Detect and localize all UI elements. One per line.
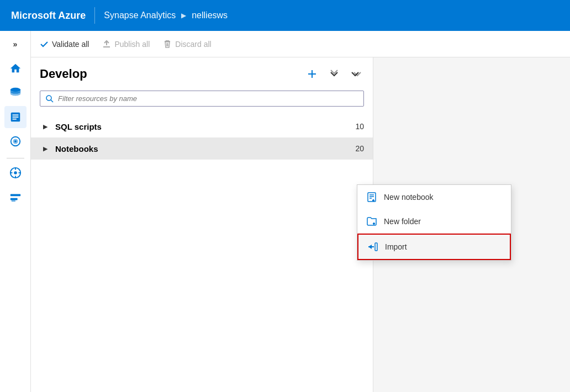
- header-divider: [94, 7, 95, 24]
- svg-rect-19: [166, 40, 169, 41]
- sidebar-divider: [7, 158, 24, 158]
- notebooks-expand-arrow[interactable]: ▶: [40, 143, 51, 154]
- sql-scripts-count: 10: [355, 122, 364, 131]
- context-menu-new-notebook[interactable]: New notebook: [357, 185, 511, 209]
- svg-point-9: [14, 171, 17, 174]
- toolbar: Validate all Publish all Discard: [31, 31, 570, 57]
- svg-point-7: [14, 140, 17, 142]
- add-resource-button[interactable]: [304, 66, 320, 82]
- sidebar-item-home[interactable]: [4, 57, 27, 80]
- brand-label: Microsoft Azure: [11, 10, 86, 22]
- checkmark-icon: [40, 40, 49, 49]
- expand-all-icon: [329, 68, 340, 80]
- new-notebook-label: New notebook: [384, 193, 434, 202]
- svg-rect-35: [375, 243, 377, 251]
- develop-header: Develop: [31, 66, 373, 91]
- svg-rect-17: [103, 46, 110, 47]
- notebook-icon: [366, 192, 377, 203]
- search-icon: [46, 95, 54, 103]
- folder-icon: [366, 216, 377, 227]
- home-icon: [9, 62, 22, 75]
- main-layout: »: [0, 31, 570, 392]
- sql-scripts-expand-arrow[interactable]: ▶: [40, 121, 51, 132]
- svg-line-25: [51, 99, 54, 102]
- workspace-label: nelliesws: [192, 10, 228, 20]
- sidebar: »: [0, 31, 31, 392]
- develop-panel: Develop: [31, 57, 373, 392]
- search-input[interactable]: [58, 94, 358, 103]
- sidebar-item-monitor[interactable]: [4, 162, 27, 184]
- publish-all-label: Publish all: [114, 40, 150, 49]
- svg-rect-15: [10, 198, 17, 200]
- svg-rect-16: [11, 200, 15, 202]
- publish-icon: [102, 40, 111, 49]
- context-menu-import[interactable]: Import: [357, 234, 511, 260]
- import-label: Import: [385, 242, 407, 251]
- data-icon: [9, 87, 22, 99]
- sidebar-expand-button[interactable]: »: [4, 35, 27, 53]
- context-menu-new-folder[interactable]: New folder: [357, 209, 511, 234]
- sql-scripts-label: SQL scripts: [55, 122, 355, 131]
- manage-icon: [9, 191, 22, 203]
- validate-all-button[interactable]: Validate all: [40, 40, 89, 49]
- sidebar-item-integrate[interactable]: [4, 130, 27, 152]
- header-bar: Microsoft Azure Synapse Analytics ▶ nell…: [0, 0, 570, 31]
- svg-rect-14: [10, 194, 20, 197]
- discard-all-button[interactable]: Discard all: [163, 40, 211, 49]
- search-box[interactable]: [40, 91, 364, 107]
- publish-all-button[interactable]: Publish all: [102, 40, 150, 49]
- breadcrumb-arrow: ▶: [181, 12, 186, 19]
- develop-title: Develop: [40, 67, 298, 81]
- new-folder-label: New folder: [384, 217, 421, 226]
- svg-rect-2: [12, 114, 18, 115]
- collapse-icon: [351, 68, 362, 80]
- sidebar-item-data[interactable]: [4, 82, 27, 104]
- tree-item-sql-scripts[interactable]: ▶ SQL scripts 10: [31, 115, 373, 137]
- content-area: Validate all Publish all Discard: [31, 31, 570, 392]
- sidebar-item-develop[interactable]: [4, 106, 27, 128]
- validate-all-label: Validate all: [52, 40, 89, 49]
- svg-rect-4: [12, 119, 16, 120]
- notebooks-label: Notebooks: [55, 144, 355, 153]
- integrate-icon: [9, 135, 22, 147]
- service-label: Synapse Analytics: [104, 10, 176, 20]
- monitor-icon: [9, 167, 22, 179]
- panel-area: Develop: [31, 57, 570, 392]
- discard-all-label: Discard all: [175, 40, 211, 49]
- develop-icon: [9, 111, 22, 123]
- context-menu: New notebook New folder: [357, 184, 511, 261]
- collapse-panel-button[interactable]: [349, 66, 364, 82]
- svg-rect-3: [12, 116, 18, 118]
- import-icon: [367, 241, 378, 252]
- tree-item-notebooks[interactable]: ▶ Notebooks 20: [31, 137, 373, 160]
- plus-icon: [307, 68, 318, 80]
- discard-icon: [163, 40, 172, 49]
- sidebar-item-manage[interactable]: [4, 186, 27, 208]
- notebooks-count: 20: [355, 144, 364, 153]
- expand-all-button[interactable]: [326, 66, 342, 82]
